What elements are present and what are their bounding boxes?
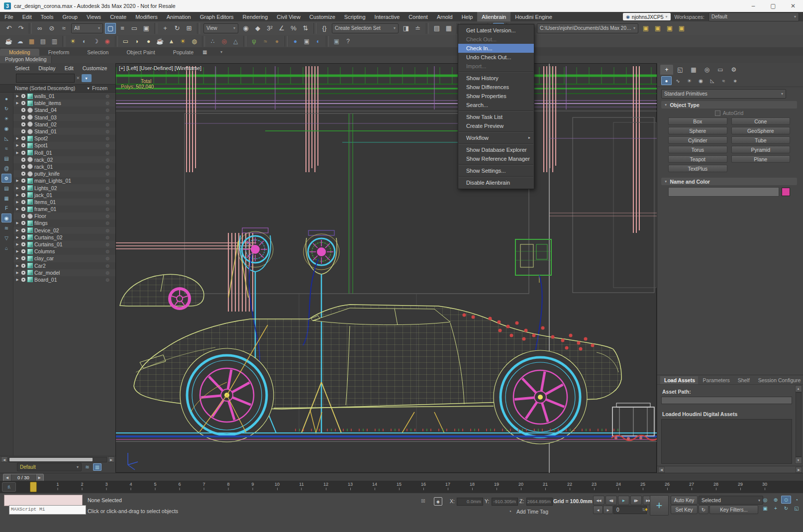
scene-row-stand-01[interactable]: Stand_01◍ (13, 128, 115, 135)
timeline-ruler[interactable]: I\ 0123456789101112131415161718192021222… (0, 481, 803, 493)
sphere-cream-icon[interactable]: ● (143, 36, 154, 46)
object-name[interactable]: Spot2 (34, 135, 48, 141)
expand-icon[interactable]: ▶ (15, 249, 19, 253)
frozen-toggle-icon[interactable]: ◍ (105, 220, 109, 225)
frozen-toggle-icon[interactable]: ◍ (105, 94, 109, 99)
frozen-toggle-icon[interactable]: ◍ (105, 249, 109, 254)
scene-row-stand-04[interactable]: Stand_04◍ (13, 106, 115, 113)
unlink-icon[interactable]: ⊘ (46, 23, 57, 34)
current-frame-field[interactable]: 0 ⇅ (613, 506, 647, 514)
previous-frame-button[interactable]: ◀ (593, 506, 603, 514)
frozen-toggle-icon[interactable]: ◍ (105, 186, 109, 191)
visibility-eye-icon[interactable] (21, 150, 26, 155)
scene-row-curtains-02[interactable]: ▶Curtains_02◍ (13, 234, 115, 241)
selection-set-dropdown[interactable]: Create Selection Set▾ (332, 23, 399, 33)
minimize-button[interactable]: – (743, 0, 763, 12)
scene-row-floor[interactable]: Floor◍ (13, 213, 115, 219)
explorer-grid-icon[interactable]: ▦ (1, 194, 11, 203)
scrollbar-thumb[interactable] (9, 458, 93, 461)
expand-icon[interactable]: ▶ (15, 264, 19, 268)
visibility-eye-icon[interactable] (21, 164, 26, 169)
menu-item-workflow[interactable]: Workflow▸ (458, 133, 534, 142)
visibility-eye-icon[interactable] (21, 270, 26, 275)
camera-red-icon[interactable]: ◉ (102, 36, 112, 46)
key-mode-icon[interactable]: ♦ (645, 506, 648, 512)
explorer-xref-icon[interactable]: @ (1, 164, 11, 173)
houdini-vertical-scrollbar[interactable]: ▲ ▼ (795, 385, 802, 464)
filter-button[interactable]: ▼ (82, 74, 92, 82)
mountain-icon[interactable]: △ (230, 36, 241, 46)
scene-row-rack-01[interactable]: rack_01◍ (13, 163, 115, 170)
mirror-icon[interactable]: ◨ (401, 23, 411, 34)
menu-item-show-task-list[interactable]: Show Task List (458, 112, 534, 121)
zoom-region-icon[interactable]: ▣ (760, 504, 770, 512)
frozen-toggle-icon[interactable]: ◍ (105, 101, 109, 106)
prev-key-button[interactable]: ◀▮ (605, 496, 617, 505)
explorer-menu-display[interactable]: Display (34, 65, 59, 72)
explorer-container-icon[interactable]: ⌂ (1, 243, 11, 252)
visibility-eye-icon[interactable] (21, 228, 26, 233)
fur-icon[interactable]: ≈ (260, 36, 271, 46)
expand-icon[interactable]: ▶ (15, 228, 19, 232)
object-name[interactable]: Stand_01 (34, 128, 57, 134)
expand-icon[interactable]: ▶ (15, 200, 19, 204)
pan-icon[interactable]: + (771, 504, 781, 512)
explorer-menu-customize[interactable]: Customize (79, 65, 111, 72)
set-key-button[interactable]: Set Key (671, 505, 698, 514)
zoom-icon[interactable]: ◎ (760, 496, 770, 504)
menu-modifiers[interactable]: Modifiers (131, 12, 162, 21)
frame-back-icon[interactable]: ◀ (3, 476, 11, 480)
houdini-tab-session-configure[interactable]: Session Configure (754, 376, 803, 384)
expand-icon[interactable]: ▶ (15, 193, 19, 197)
selection-filter-dropdown[interactable]: All▾ (71, 23, 103, 33)
lights-icon[interactable]: ☀ (684, 76, 695, 85)
rotate-icon[interactable]: ↻ (172, 23, 183, 34)
timeline-track[interactable]: 0123456789101112131415161718192021222324… (33, 481, 803, 493)
asset-folder-3-icon[interactable]: ▣ (664, 23, 675, 34)
textplus-button[interactable]: TextPlus (668, 165, 727, 172)
visibility-eye-icon[interactable] (21, 277, 26, 282)
explorer-material-icon[interactable]: ⚙ (1, 174, 11, 183)
time-slider-bar[interactable]: ◀ 0 / 30 ▶ (0, 473, 803, 481)
visibility-eye-icon[interactable] (21, 157, 26, 162)
create-tab[interactable]: + (660, 65, 673, 75)
zoom-extents-icon[interactable]: ⊙ (781, 496, 791, 504)
object-name[interactable]: Columns (34, 248, 55, 254)
display-mode-dropdown[interactable]: Default ▾ (17, 463, 82, 471)
hierarchy-tab[interactable]: ▦ (687, 65, 700, 75)
object-name[interactable]: walls_01 (34, 93, 55, 99)
cone-button[interactable]: Cone (731, 117, 791, 125)
clear-search-icon[interactable]: ✕ (76, 76, 80, 81)
visibility-eye-icon[interactable] (21, 115, 26, 120)
shiny-sphere-icon[interactable]: ● (290, 36, 301, 46)
isolate-selection-icon[interactable]: ⊠ (421, 498, 425, 504)
frozen-column-header[interactable]: ▼ Frozen (87, 86, 107, 91)
expand-icon[interactable]: ▶ (15, 278, 19, 282)
expand-icon[interactable]: ▶ (15, 256, 19, 260)
ribbon-tab-object-paint[interactable]: Object Paint (117, 49, 164, 56)
frozen-toggle-icon[interactable]: ◍ (105, 193, 109, 198)
expand-icon[interactable]: ▶ (15, 271, 19, 275)
auto-key-button[interactable]: Auto Key (671, 496, 698, 505)
shapes-icon[interactable]: ∿ (673, 76, 683, 85)
scene-row-stand-03[interactable]: Stand_03◍ (13, 114, 115, 121)
visibility-eye-icon[interactable] (21, 101, 26, 106)
visibility-eye-icon[interactable] (21, 200, 26, 205)
ribbon-toggle-icon[interactable]: ▦ (443, 23, 454, 34)
teapot-cream-icon[interactable]: ☕ (155, 36, 165, 46)
object-name[interactable]: main_Lights_01 (34, 178, 71, 184)
maximize-button[interactable]: ▢ (763, 0, 783, 12)
scene-row-putty-knife[interactable]: putty_knife◍ (13, 170, 115, 177)
frame-forward-icon[interactable]: ▶ (36, 476, 43, 480)
object-name[interactable]: jack_01 (34, 192, 52, 198)
object-name[interactable]: Stand_03 (34, 114, 57, 120)
visibility-eye-icon[interactable] (21, 220, 26, 225)
explorer-list-icon[interactable]: ▤ (1, 184, 11, 193)
object-color-swatch[interactable] (782, 188, 790, 196)
menu-item-undo-check-out[interactable]: Undo Check Out... (458, 53, 534, 62)
frozen-toggle-icon[interactable]: ◍ (105, 207, 109, 212)
viewport[interactable]: [+] [Left] [User-Defined] [Wireframe] To… (115, 63, 657, 473)
object-name[interactable]: Spot1 (34, 142, 48, 148)
scroll-right-icon[interactable]: ▶ (796, 467, 802, 473)
frozen-toggle-icon[interactable]: ◍ (105, 115, 109, 120)
